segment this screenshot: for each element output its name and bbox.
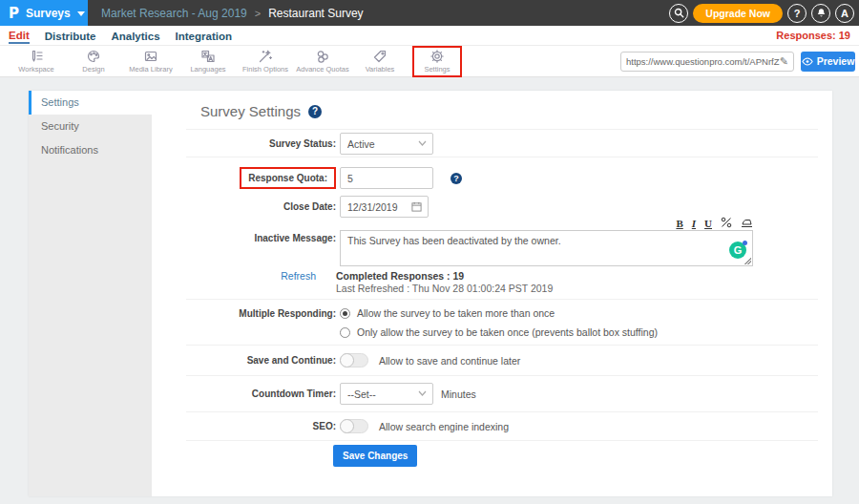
settings-content: Survey Settings ? Survey Status: Active … <box>152 91 832 496</box>
survey-status-label: Survey Status: <box>269 138 336 149</box>
inactive-message-label: Inactive Message: <box>254 233 336 243</box>
chevron-down-icon <box>77 11 85 16</box>
grammarly-icon[interactable]: G <box>729 242 746 259</box>
edit-url-pencil-icon[interactable]: ✎ <box>780 55 788 68</box>
survey-settings-help-icon[interactable]: ? <box>308 105 322 118</box>
upgrade-now-button[interactable]: Upgrade Now <box>693 4 783 23</box>
toolbar-media-library[interactable]: Media Library <box>122 49 179 74</box>
survey-status-select[interactable]: Active <box>340 133 433 155</box>
link-button[interactable] <box>721 217 732 230</box>
refresh-link[interactable]: Refresh <box>281 270 316 282</box>
last-refreshed: Last Refreshed : Thu Nov 28 01:00:24 PST… <box>336 283 553 294</box>
breadcrumb-survey-name[interactable]: Restaurant Survey <box>268 7 363 20</box>
seo-label: SEO: <box>313 421 336 431</box>
completed-responses: Completed Responses : 19 <box>336 270 553 282</box>
countdown-timer-label: Countdown Timer: <box>252 388 336 399</box>
tab-edit[interactable]: Edit <box>9 28 30 44</box>
logo-block[interactable]: P Surveys <box>0 0 88 26</box>
close-date-label: Close Date: <box>283 201 336 212</box>
response-quota-help-icon[interactable]: ? <box>450 173 462 184</box>
bold-button[interactable]: B <box>676 218 682 229</box>
advance-quotas-icon <box>315 49 330 64</box>
sidebar-item-notifications[interactable]: Notifications <box>29 138 152 162</box>
languages-icon <box>200 49 216 64</box>
survey-url-input[interactable] <box>626 56 780 67</box>
search-button[interactable] <box>669 4 688 23</box>
design-palette-icon <box>86 49 101 64</box>
seo-toggle[interactable] <box>340 419 368 433</box>
settings-sidebar: Settings Security Notifications <box>29 91 152 496</box>
breadcrumb-folder[interactable]: Market Research - Aug 2019 <box>101 7 247 20</box>
breadcrumb: Market Research - Aug 2019 > Restaurant … <box>101 7 364 20</box>
settings-card: Settings Security Notifications Survey S… <box>29 91 832 496</box>
close-date-input[interactable] <box>340 196 429 218</box>
product-name: Surveys <box>26 7 71 20</box>
tab-analytics[interactable]: Analytics <box>111 29 159 43</box>
sidebar-item-settings[interactable]: Settings <box>29 91 152 115</box>
toolbar-workspace[interactable]: Workspace <box>8 49 65 74</box>
resize-handle[interactable] <box>744 258 751 264</box>
survey-subnav: Edit Distribute Analytics Integration Re… <box>0 26 859 46</box>
tab-integration[interactable]: Integration <box>176 29 232 43</box>
radio-unchecked-icon[interactable] <box>340 327 350 338</box>
media-library-icon <box>143 49 158 64</box>
response-quota-input[interactable] <box>340 167 433 189</box>
save-and-continue-toggle[interactable] <box>340 353 368 368</box>
toolbar-settings[interactable]: Settings <box>412 46 462 77</box>
questionpro-logo-icon: P <box>9 5 19 22</box>
breadcrumb-separator: > <box>255 8 261 19</box>
multiple-responding-label: Multiple Responding: <box>239 308 336 319</box>
toolbar-languages[interactable]: Languages <box>179 49 237 74</box>
survey-url-box[interactable]: ✎ <box>620 52 794 72</box>
variables-tag-icon <box>372 49 388 64</box>
account-avatar[interactable]: A <box>835 4 854 23</box>
inactive-message-textarea[interactable]: This Survey has been deactivated by the … <box>340 230 753 266</box>
workspace-icon <box>29 49 44 64</box>
preview-button[interactable]: Preview <box>801 52 855 72</box>
settings-gear-icon <box>430 49 445 64</box>
toolbar-finish-options[interactable]: Finish Options <box>237 49 294 74</box>
toolbar-variables[interactable]: Variables <box>351 49 409 74</box>
minutes-label: Minutes <box>441 388 476 400</box>
underline-button[interactable]: U <box>704 218 712 229</box>
rich-text-toolbar: B I U <box>340 218 753 229</box>
response-quota-label: Response Quota: <box>240 167 336 189</box>
help-button[interactable]: ? <box>787 4 807 23</box>
edit-toolbar: Workspace Design Media Library Languages… <box>0 46 859 77</box>
save-and-continue-label: Save and Continue: <box>247 355 336 366</box>
close-date-field[interactable] <box>340 196 429 218</box>
eye-icon <box>802 57 813 66</box>
finish-options-wand-icon <box>258 49 273 64</box>
radio-option-multiple[interactable]: Allow the survey to be taken more than o… <box>340 307 658 319</box>
notifications-bell-button[interactable] <box>811 4 830 23</box>
radio-checked-icon[interactable] <box>340 308 350 319</box>
toolbar-design[interactable]: Design <box>65 49 122 74</box>
countdown-timer-select[interactable]: --Set-- <box>340 383 433 405</box>
radio-option-once[interactable]: Only allow the survey to be taken once (… <box>340 326 658 338</box>
toolbar-advance-quotas[interactable]: Advance Quotas <box>294 49 351 74</box>
page-title: Survey Settings <box>200 103 301 119</box>
sidebar-item-security[interactable]: Security <box>29 115 152 138</box>
main-area: Settings Security Notifications Survey S… <box>0 77 859 504</box>
remove-format-button[interactable] <box>741 217 753 230</box>
italic-button[interactable]: I <box>692 218 696 229</box>
top-navbar: P Surveys Market Research - Aug 2019 > R… <box>0 0 859 26</box>
tab-distribute[interactable]: Distribute <box>45 29 96 43</box>
save-changes-button[interactable]: Save Changes <box>333 445 417 467</box>
responses-count[interactable]: Responses: 19 <box>776 30 850 41</box>
